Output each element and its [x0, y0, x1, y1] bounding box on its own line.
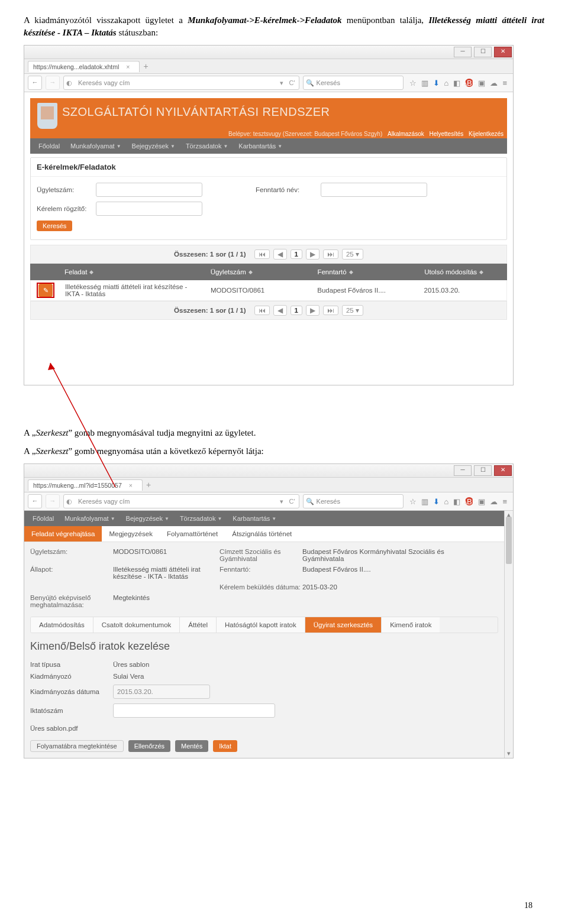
feed-icon[interactable]: ☁ [490, 497, 498, 506]
menu-karbantartas[interactable]: Karbantartás▼ [228, 513, 281, 524]
star-icon[interactable]: ☆ [409, 497, 417, 506]
pager-page-1[interactable]: 1 [291, 249, 302, 259]
page-size-select[interactable]: 25 ▾ [342, 249, 363, 260]
col-ugyletszam[interactable]: Ügyletszám [211, 268, 246, 275]
address-dropdown-icon[interactable]: ▾ [277, 79, 286, 87]
pager-next[interactable]: ▶ [306, 305, 320, 316]
download-icon[interactable]: ⬇ [433, 497, 440, 506]
menu-munkafolyamat[interactable]: Munkafolyamat▼ [60, 513, 120, 524]
new-tab-button[interactable]: + [143, 61, 148, 71]
chevron-down-icon: ▼ [164, 516, 169, 521]
window-close-button[interactable]: ✕ [494, 47, 512, 57]
sort-icon: ◆ [248, 269, 253, 275]
scroll-down-icon[interactable]: ▾ [505, 750, 513, 758]
menu-fooldal[interactable]: Főoldal [28, 513, 59, 524]
download-icon[interactable]: ⬇ [433, 79, 440, 87]
address-dropdown-icon[interactable]: ▾ [277, 498, 286, 505]
menu-fooldal[interactable]: Főoldal [34, 140, 64, 152]
input-iktatoszam[interactable] [113, 703, 275, 718]
cell-feladat: Illetékesség miatti áttételi irat készít… [60, 283, 206, 297]
menu-bejegyzesek[interactable]: Bejegyzések▼ [121, 513, 174, 524]
input-fenntarto-nev[interactable] [321, 183, 427, 197]
link-alkalmazasok[interactable]: Alkalmazások [388, 131, 424, 137]
col-fenntarto[interactable]: Fenntartó [317, 268, 346, 275]
pager-next[interactable]: ▶ [306, 249, 320, 260]
input-kerelem-rogzito[interactable] [96, 202, 202, 216]
search-placeholder: Keresés [317, 498, 340, 505]
adblock-icon[interactable]: ABP [465, 79, 473, 87]
sub-tabs: Adatmódosítás Csatolt dokumentumok Áttét… [30, 617, 498, 633]
screenshot-2: ─ ☐ ✕ https://mukeng...ml?id=1550057 × +… [24, 463, 544, 758]
tab-megjegyzesek[interactable]: Megjegyzések [102, 526, 160, 542]
search-button[interactable]: Keresés [37, 221, 72, 231]
nav-forward-button[interactable]: → [46, 494, 60, 508]
window-minimize-button[interactable]: ─ [454, 47, 472, 57]
doc-link[interactable]: Üres sablon.pdf [30, 725, 78, 732]
pager-prev[interactable]: ◀ [273, 249, 287, 260]
subtab-ugyirat-szerkesztes[interactable]: Ügyirat szerkesztés [305, 617, 382, 633]
menu-bejegyzesek[interactable]: Bejegyzések▼ [127, 140, 180, 152]
pager-first[interactable]: ⏮ [254, 249, 270, 259]
browser-search-box[interactable]: 🔍 Keresés [303, 76, 404, 90]
menu-icon[interactable]: ≡ [502, 79, 507, 87]
tab-feladat-vegrehajtas[interactable]: Feladat végrehajtása [24, 526, 102, 542]
edit-button[interactable]: ✎ [38, 284, 53, 297]
btn-ellenorzes[interactable]: Ellenőrzés [128, 740, 170, 752]
tag-icon[interactable]: ◧ [453, 497, 460, 506]
subtab-kimeno-iratok[interactable]: Kimenő iratok [382, 617, 440, 633]
btn-mentes[interactable]: Mentés [175, 740, 208, 752]
subtab-hatosag-iratok[interactable]: Hatóságtól kapott iratok [217, 617, 305, 633]
tab-folyamattortenet[interactable]: Folyamattörténet [160, 526, 225, 542]
browser-search-box[interactable]: 🔍 Keresés [303, 494, 404, 508]
menu-munkafolyamat[interactable]: Munkafolyamat▼ [66, 140, 126, 152]
subtab-adatmodositas[interactable]: Adatmódosítás [31, 617, 93, 633]
nav-back-button[interactable]: ← [28, 76, 42, 90]
link-helyettesites[interactable]: Helyettesítés [429, 131, 463, 137]
chevron-down-icon: ▼ [277, 144, 282, 149]
nav-back-button[interactable]: ← [28, 494, 42, 508]
browser-tab[interactable]: https://mukeng...eladatok.xhtml × [28, 61, 140, 72]
col-feladat[interactable]: Feladat [64, 268, 87, 275]
menu-karbantartas[interactable]: Karbantartás▼ [234, 140, 287, 152]
address-bar[interactable]: ◐ Keresés vagy cím ▾ C' [63, 76, 299, 90]
pager-last[interactable]: ⏭ [323, 249, 338, 259]
list-icon[interactable]: ▥ [421, 497, 428, 506]
list-icon[interactable]: ▥ [421, 79, 428, 87]
page-size-select[interactable]: 25 ▾ [342, 305, 363, 316]
scrollbar-thumb[interactable] [506, 517, 512, 564]
tab-atszignalas[interactable]: Átszignálás történet [225, 526, 299, 542]
menu-icon[interactable]: ≡ [502, 497, 507, 506]
tab-close-icon[interactable]: × [126, 63, 130, 70]
window-maximize-button[interactable]: ☐ [474, 47, 492, 57]
btn-folyamatabra[interactable]: Folyamatábra megtekintése [30, 740, 124, 752]
input-ugyletszam[interactable] [96, 183, 202, 197]
pager-prev[interactable]: ◀ [273, 305, 287, 316]
home-icon[interactable]: ⌂ [444, 79, 449, 87]
home-icon[interactable]: ⌂ [444, 497, 449, 506]
firebug-icon[interactable]: ▣ [478, 79, 485, 87]
menu-torzsadatok[interactable]: Törzsadatok▼ [181, 140, 233, 152]
menu-torzsadatok[interactable]: Törzsadatok▼ [175, 513, 227, 524]
subtab-attetel[interactable]: Áttétel [180, 617, 217, 633]
pager-first[interactable]: ⏮ [254, 306, 270, 315]
app-subbar: Belépve: tesztsvugy (Szervezet: Budapest… [228, 131, 504, 137]
nav-forward-button[interactable]: → [46, 76, 60, 90]
address-bar[interactable]: ◐ Keresés vagy cím ▾ C' [63, 494, 299, 508]
reload-button[interactable]: C' [286, 79, 299, 86]
scrollbar[interactable]: ▴ ▾ [504, 511, 513, 758]
reload-button[interactable]: C' [286, 498, 299, 505]
firebug-icon[interactable]: ▣ [478, 497, 485, 506]
star-icon[interactable]: ☆ [409, 79, 417, 87]
btn-iktat[interactable]: Iktat [213, 740, 237, 752]
adblock-icon[interactable]: ABP [465, 497, 473, 505]
pager-page-1[interactable]: 1 [291, 306, 302, 315]
col-modositas[interactable]: Utolsó módosítás [424, 268, 477, 275]
link-kijelentkezes[interactable]: Kijelentkezés [469, 131, 504, 137]
value-benyujto-link[interactable]: Megtekintés [113, 594, 220, 608]
value-kiadmanyozo: Sulai Vera [113, 673, 144, 680]
feed-icon[interactable]: ☁ [490, 79, 498, 87]
label-iktatoszam: Iktatószám [30, 707, 113, 714]
subtab-csatolt-dok[interactable]: Csatolt dokumentumok [93, 617, 180, 633]
pager-last[interactable]: ⏭ [323, 306, 338, 315]
tag-icon[interactable]: ◧ [453, 79, 460, 87]
